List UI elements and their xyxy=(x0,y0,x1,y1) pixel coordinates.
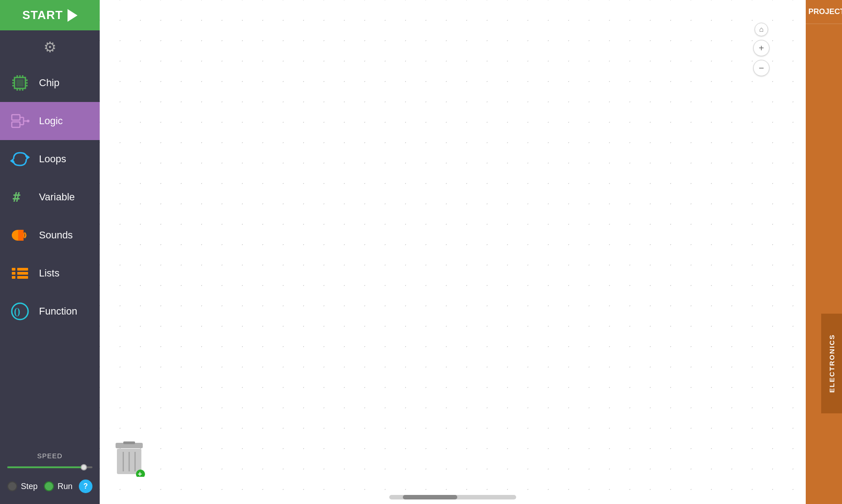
speed-label: SPEED xyxy=(7,452,92,460)
zoom-in-button[interactable]: + xyxy=(753,40,769,56)
sidebar-item-loops[interactable]: Loops xyxy=(0,140,100,178)
gear-icon: ⚙ xyxy=(44,39,57,56)
svg-text:+: + xyxy=(138,470,142,477)
function-icon: () xyxy=(9,300,31,322)
step-label: Step xyxy=(21,482,38,491)
svg-marker-22 xyxy=(10,158,14,164)
speaker-icon: ◀ xyxy=(798,6,805,17)
svg-point-20 xyxy=(27,120,29,122)
plus-icon: + xyxy=(759,43,764,53)
svg-rect-15 xyxy=(12,122,20,127)
lists-icon xyxy=(9,262,31,284)
svg-marker-25 xyxy=(18,230,24,241)
svg-rect-31 xyxy=(17,276,28,279)
loops-icon xyxy=(9,148,31,170)
run-label: Run xyxy=(58,482,73,491)
svg-rect-30 xyxy=(12,276,15,279)
help-button[interactable]: ? xyxy=(79,480,92,493)
svg-rect-14 xyxy=(12,115,20,120)
svg-rect-28 xyxy=(12,272,15,275)
variable-icon: # xyxy=(9,186,31,208)
trash-icon: + xyxy=(113,441,145,477)
play-icon xyxy=(68,9,77,22)
chip-icon xyxy=(9,72,31,94)
sidebar-item-lists[interactable]: Lists xyxy=(0,254,100,292)
zoom-controls: ⌂ + − xyxy=(753,23,769,76)
sidebar-item-function[interactable]: () Function xyxy=(0,292,100,330)
step-dot xyxy=(7,481,17,491)
sidebar: START ⚙ Chip xyxy=(0,0,100,504)
sounds-label: Sounds xyxy=(39,229,73,241)
variable-label: Variable xyxy=(39,191,75,203)
settings-button[interactable]: ⚙ xyxy=(0,30,100,64)
sidebar-item-logic[interactable]: Logic xyxy=(0,102,100,140)
zoom-out-button[interactable]: − xyxy=(753,60,769,76)
run-toggle[interactable]: Run xyxy=(44,481,73,491)
minus-icon: − xyxy=(759,63,764,73)
bottom-controls: SPEED Step Run ? xyxy=(0,444,100,504)
electronics-tab[interactable]: ELECTRONICS xyxy=(821,314,842,413)
logic-icon xyxy=(9,110,31,132)
function-label: Function xyxy=(39,305,77,317)
svg-text:#: # xyxy=(13,190,20,205)
sidebar-item-variable[interactable]: # Variable xyxy=(0,178,100,216)
svg-rect-1 xyxy=(16,79,24,87)
sidebar-item-chip[interactable]: Chip xyxy=(0,64,100,102)
start-button[interactable]: START xyxy=(0,0,100,30)
run-dot xyxy=(44,481,54,491)
svg-rect-26 xyxy=(12,268,15,271)
horizontal-scrollbar[interactable] xyxy=(389,495,516,499)
start-label: START xyxy=(22,8,63,22)
svg-rect-35 xyxy=(123,441,135,444)
run-controls: Step Run ? xyxy=(7,480,92,493)
step-toggle[interactable]: Step xyxy=(7,481,38,491)
right-panel: ◀ PROJECTS ELECTRONICS xyxy=(806,0,842,504)
projects-label: PROJECTS xyxy=(808,7,842,16)
loops-label: Loops xyxy=(39,153,66,165)
projects-button[interactable]: ◀ PROJECTS xyxy=(806,0,842,24)
svg-rect-27 xyxy=(17,268,28,271)
logic-label: Logic xyxy=(39,115,63,127)
zoom-home-button[interactable]: ⌂ xyxy=(755,23,768,36)
sidebar-item-sounds[interactable]: Sounds xyxy=(0,216,100,254)
help-icon: ? xyxy=(83,482,88,490)
svg-rect-29 xyxy=(17,272,28,275)
chip-label: Chip xyxy=(39,77,59,89)
electronics-label: ELECTRONICS xyxy=(824,325,839,402)
home-icon: ⌂ xyxy=(759,25,764,34)
dot-grid-background xyxy=(100,0,806,504)
main-canvas[interactable]: ⌂ + − + xyxy=(100,0,806,504)
speed-slider[interactable] xyxy=(7,463,92,471)
trash-bin[interactable]: + xyxy=(113,441,145,477)
lists-label: Lists xyxy=(39,267,59,279)
sounds-icon xyxy=(9,224,31,246)
svg-text:(): () xyxy=(14,306,20,317)
